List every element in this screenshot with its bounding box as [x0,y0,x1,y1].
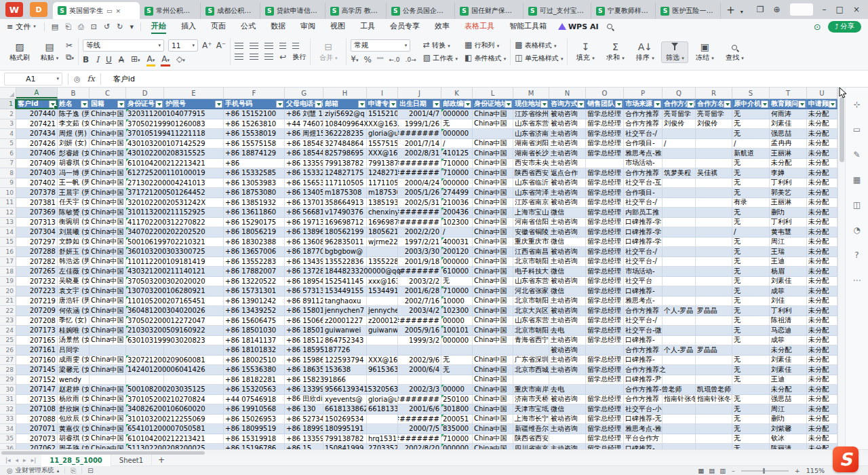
cell-U24[interactable]: 未分配 [807,326,837,336]
cell-I8[interactable]: 124827175 [367,168,398,178]
cell-C34[interactable]: China中国 [90,424,126,434]
cell-Q14[interactable] [663,227,696,238]
cell-I29[interactable] [367,375,398,385]
cell-O31[interactable]: 留学总经理 [586,395,624,405]
cut-icon[interactable]: ✂ [66,41,74,50]
row-number[interactable]: 6 [0,149,16,159]
cell-T32[interactable]: 周江 [770,404,807,415]
insert-function-button[interactable]: fx [87,74,95,83]
cell-Q11[interactable] [663,198,696,208]
cell-G7[interactable]: +86 1335925706 [285,159,323,169]
cell-I22[interactable]: jennychen7 [367,306,398,316]
row-number[interactable]: 20 [0,286,16,297]
cell-A25[interactable]: 207165 [16,336,58,346]
cell-J10[interactable]: 2005/1/26 [398,188,441,198]
cell-I25[interactable] [367,336,398,346]
cell-D22[interactable]: 360481200304020026 [126,306,164,316]
column-header-N[interactable]: N [549,88,586,98]
highlight-color-button[interactable]: A▾ [147,55,155,64]
cell-Q21[interactable] [663,297,696,307]
cell-I19[interactable]: xxx@163.c [367,277,398,287]
cell-O8[interactable]: 留学总经理 [586,168,624,178]
cell-A35[interactable]: 207073 [16,434,58,444]
cell-P3[interactable]: 合作方推荐 [624,119,663,130]
cell-L5[interactable]: China中国 [473,139,513,149]
cell-R8[interactable]: 吴佳祺 [696,168,732,178]
cell-D17[interactable]: 110112200109181419 [126,257,164,267]
cell-G9[interactable]: +86 1565399710 [285,178,323,189]
filter-dropdown-icon[interactable] [654,100,661,108]
page-layout-view-icon[interactable]: ▤ [709,467,715,474]
cell-O16[interactable]: 留学总经理 [586,247,624,257]
file-tab[interactable]: S英国留学生▭× [53,2,140,19]
cell-O22[interactable]: 留学总经理 [586,306,624,316]
cell-E26[interactable] [164,345,224,356]
cell-H11[interactable]: 358664913 [323,198,367,208]
cell-K3[interactable]: 无 [441,119,473,130]
cell-J30[interactable]: 2002/3/3 [398,385,441,395]
cell-J17[interactable]: 2001/9/18 [398,257,441,267]
cell-C24[interactable]: China中国 [90,326,126,336]
cell-H35[interactable]: 799138782 [323,434,367,444]
fill-button[interactable]: ↧ 填充 ▾ [572,42,599,62]
cell-M22[interactable]: 北京大兴区 [513,306,549,316]
cell-O28[interactable]: 留学总经理 [586,365,624,375]
account-avatar[interactable] [790,3,813,16]
align-middle-icon[interactable] [250,43,258,49]
cell-K23[interactable]: 00000 [441,316,473,326]
cell-A27[interactable]: 207160 [16,356,58,366]
cell-M14[interactable]: 安徽省铜陵 [513,227,549,238]
cell-Q8[interactable]: 筑梦美程 [663,168,696,178]
increase-decimal-icon[interactable]: ←.0 [389,56,399,64]
cell-T4[interactable]: 强思喆 [770,129,807,139]
tab-window-icon[interactable]: ▭ [106,7,113,14]
cell-K15[interactable]: 400031 [441,238,473,248]
cell-L3[interactable]: China中国 [473,119,513,130]
cell-G2[interactable]: +86 刘慧 137052 [285,109,323,119]
last-sheet-icon[interactable]: ▸| [31,457,37,463]
column-header-G[interactable]: G [285,88,323,98]
cell-R32[interactable] [696,404,732,415]
page-break-view-icon[interactable]: ▥ [719,467,726,474]
cell-N35[interactable] [549,434,586,444]
cell-L30[interactable]: China中国 [473,385,513,395]
cell-J36[interactable]: 2002/8/20 [398,444,441,449]
cell-G32[interactable]: +86 130 [285,404,323,415]
cell-C31[interactable]: China中国 [90,395,126,405]
cell-T29[interactable]: 王迪 [770,375,807,385]
cell-I7[interactable]: 799138782 [367,159,398,169]
cell-H33[interactable]: 150269534 [323,415,367,425]
cell-M26[interactable] [513,345,549,356]
percent-format-icon[interactable]: % [363,56,371,64]
cell-H28[interactable]: 153638 [323,365,367,375]
cell-D2[interactable]: 320311200104077915 [126,109,164,119]
cell-C4[interactable]: China中国 [90,129,126,139]
more-panes-icon[interactable]: ⋯ [853,276,861,285]
cell-M9[interactable]: 山东省临沂 [513,178,549,189]
cell-G34[interactable]: +86 1899937166 [285,424,323,434]
row-number[interactable]: 27 [0,356,16,366]
cell-Q10[interactable] [663,188,696,198]
cell-G33[interactable]: +86 52734062 [285,415,323,425]
cell-P2[interactable]: 合作方推荐 [624,109,663,119]
cell-H20[interactable]: 153449155 [323,286,367,297]
cell-L23[interactable]: China中国 [473,316,513,326]
cell-Q36[interactable] [663,444,696,449]
cell-P19[interactable]: 社交平台 [624,277,663,287]
cell-S24[interactable]: 无 [732,326,770,336]
cell-M5[interactable]: 湖南省浏阳 [513,139,549,149]
cell-I16[interactable] [367,247,398,257]
cell-B4[interactable]: 周煜 (男) [58,129,90,139]
cell-D19[interactable]: 370503200302020020 [126,277,164,287]
cell-B20[interactable]: 袁文宇 (女 [58,286,90,297]
cell-F4[interactable]: +86 15538019 [224,129,285,139]
filter-dropdown-icon[interactable] [155,100,163,108]
cell-A33[interactable]: 207088 [16,415,58,425]
cell-L2[interactable]: China中国 [473,109,513,119]
cell-U3[interactable]: 未分配 [807,119,837,130]
cell-F19[interactable]: +86 13220522 [224,277,285,287]
filter-dropdown-icon[interactable] [724,100,731,108]
cell-C13[interactable]: China中国 [90,218,126,228]
cell-S32[interactable]: 无 [732,404,770,415]
vertical-scroll-thumb[interactable] [840,97,844,162]
